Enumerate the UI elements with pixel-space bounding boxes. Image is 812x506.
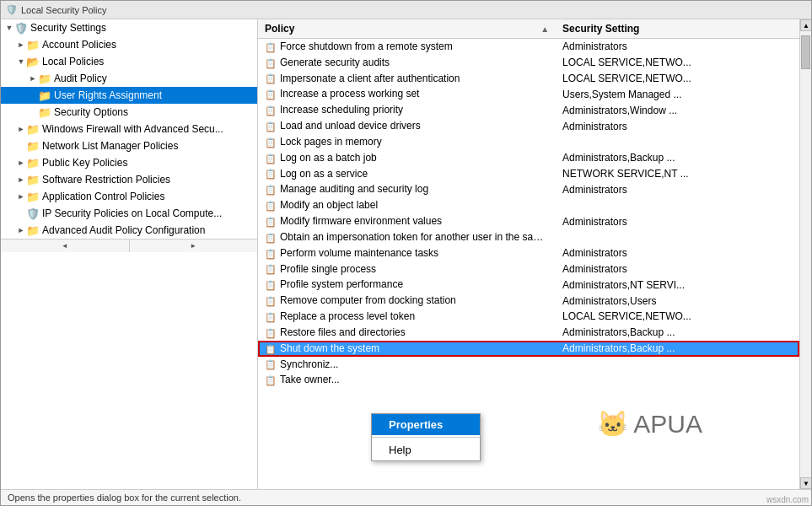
policy-name-text: Load and unload device drivers <box>280 120 421 132</box>
table-row[interactable]: 📋Impersonate a client after authenticati… <box>258 71 799 87</box>
table-row[interactable]: 📋Manage auditing and security logAdminis… <box>258 181 799 197</box>
tree-item-advanced-audit[interactable]: ► 📁 Advanced Audit Policy Configuration <box>1 222 257 239</box>
table-row[interactable]: 📋Log on as a batch jobAdministrators,Bac… <box>258 150 799 166</box>
table-row[interactable]: 📋Take owner... <box>258 372 799 388</box>
table-row[interactable]: 📋Remove computer from docking stationAdm… <box>258 293 799 309</box>
tree-label-network-list: Network List Manager Policies <box>42 140 178 152</box>
policy-name-cell: 📋Replace a process level token <box>258 309 556 325</box>
expand-icon-app-ctrl: ► <box>16 192 26 201</box>
tree-item-security-settings[interactable]: ▼ 🛡️ Security Settings <box>1 19 257 36</box>
left-panel-nav: ◄ ► <box>1 239 257 252</box>
policy-name-text: Shut down the system <box>280 342 379 354</box>
policy-name-text: Log on as a service <box>280 168 368 180</box>
folder-icon-audit: 📁 <box>38 73 51 85</box>
table-row[interactable]: 📋Replace a process level tokenLOCAL SERV… <box>258 309 799 325</box>
title-bar: 🛡️ Local Security Policy <box>1 1 811 19</box>
policy-icon: 📋 <box>265 248 277 260</box>
left-nav-right[interactable]: ► <box>130 240 258 252</box>
tree-item-local-policies[interactable]: ▼ 📂 Local Policies <box>1 53 257 70</box>
right-panel: Policy ▲ Security Setting 📋Force shutdow… <box>258 19 799 489</box>
tree-label-public-key: Public Key Policies <box>42 157 127 169</box>
table-row[interactable]: 📋Log on as a serviceNETWORK SERVICE,NT .… <box>258 166 799 182</box>
policy-icon: 📋 <box>265 105 277 116</box>
folder-icon-pubkey: 📁 <box>26 157 40 170</box>
tree-item-user-rights[interactable]: 📁 User Rights Assignment <box>1 87 257 104</box>
policy-name-cell: 📋Perform volume maintenance tasks <box>258 245 556 261</box>
folder-icon-account: 📁 <box>26 39 40 51</box>
scrollbar-thumb[interactable] <box>801 35 810 69</box>
scroll-down-btn[interactable]: ▼ <box>800 477 811 489</box>
tree-label-local-policies: Local Policies <box>42 56 104 67</box>
context-menu[interactable]: Properties Help <box>371 413 481 461</box>
status-text: Opens the properties dialog box for the … <box>8 493 241 503</box>
tree-item-windows-firewall[interactable]: ► 📁 Windows Firewall with Advanced Secu.… <box>1 121 257 137</box>
context-menu-divider <box>372 437 480 438</box>
help-label: Help <box>389 444 411 456</box>
policy-icon: 📋 <box>265 121 277 132</box>
expand-icon-pubkey: ► <box>16 159 26 167</box>
table-row[interactable]: 📋Perform volume maintenance tasksAdminis… <box>258 245 799 261</box>
context-menu-help[interactable]: Help <box>372 439 480 460</box>
folder-icon-firewall: 📁 <box>26 123 40 136</box>
security-setting-column-header[interactable]: Security Setting <box>556 19 799 39</box>
policy-name-text: Generate security audits <box>280 57 390 68</box>
table-row[interactable]: 📋Modify firmware environment valuesAdmin… <box>258 213 799 229</box>
tree-item-audit-policy[interactable]: ► 📁 Audit Policy <box>1 70 257 87</box>
table-row[interactable]: 📋Force shutdown from a remote systemAdmi… <box>258 39 799 55</box>
policy-name-cell: 📋Take owner... <box>258 372 556 388</box>
policy-name-cell: 📋Impersonate a client after authenticati… <box>258 71 556 87</box>
table-row[interactable]: 📋Profile single processAdministrators <box>258 261 799 277</box>
scroll-up-btn[interactable]: ▲ <box>800 19 811 31</box>
table-row[interactable]: 📋Modify an object label <box>258 197 799 213</box>
policy-name-text: Restore files and directories <box>280 326 406 338</box>
table-row[interactable]: 📋Shut down the systemAdministrators,Back… <box>258 341 799 357</box>
context-menu-properties[interactable]: Properties <box>372 414 480 435</box>
security-setting-cell <box>556 197 799 213</box>
security-setting-cell: Administrators <box>556 245 799 261</box>
left-nav-left[interactable]: ◄ <box>1 240 130 252</box>
policy-icon: 📋 <box>265 184 277 196</box>
policy-name-text: Synchroniz... <box>280 358 338 370</box>
policy-name-text: Profile single process <box>280 263 376 275</box>
folder-icon-network: 📁 <box>26 140 40 153</box>
expand-icon-audit: ► <box>28 74 38 83</box>
expand-icon: ▼ <box>4 24 14 32</box>
security-setting-cell <box>556 134 799 150</box>
policy-name-cell: 📋Generate security audits <box>258 55 556 71</box>
tree-item-ip-security[interactable]: 🛡️ IP Security Policies on Local Compute… <box>1 205 257 222</box>
security-setting-cell: Administrators <box>556 181 799 197</box>
policy-table[interactable]: Policy ▲ Security Setting 📋Force shutdow… <box>258 19 799 489</box>
policy-name-cell: 📋Restore files and directories <box>258 325 556 341</box>
policy-column-header[interactable]: Policy ▲ <box>258 19 556 39</box>
security-setting-cell: Administrators <box>556 213 799 229</box>
policy-name-text: Obtain an impersonation token for anothe… <box>280 231 556 243</box>
security-setting-cell: Users,System Managed ... <box>556 86 799 102</box>
tree-item-network-list[interactable]: 📁 Network List Manager Policies <box>1 137 257 154</box>
table-row[interactable]: 📋Restore files and directoriesAdministra… <box>258 325 799 341</box>
table-row[interactable]: 📋Increase scheduling priorityAdministrat… <box>258 102 799 118</box>
security-setting-cell: Administrators,Backup ... <box>556 325 799 341</box>
table-row[interactable]: 📋Synchroniz... <box>258 357 799 373</box>
status-bar: Opens the properties dialog box for the … <box>1 489 811 505</box>
table-row[interactable]: 📋Profile system performanceAdministrator… <box>258 277 799 293</box>
table-row[interactable]: 📋Increase a process working setUsers,Sys… <box>258 86 799 102</box>
security-setting-cell: Administrators <box>556 39 799 55</box>
policy-icon: 📋 <box>265 263 277 275</box>
policy-name-cell: 📋Shut down the system <box>258 341 556 357</box>
table-row[interactable]: 📋Obtain an impersonation token for anoth… <box>258 229 799 245</box>
tree-item-app-control[interactable]: ► 📁 Application Control Policies <box>1 188 257 205</box>
expand-icon-adv-audit: ► <box>16 226 26 234</box>
table-row[interactable]: 📋Generate security auditsLOCAL SERVICE,N… <box>258 55 799 71</box>
security-setting-cell: Administrators,NT SERVI... <box>556 277 799 293</box>
tree-item-account-policies[interactable]: ► 📁 Account Policies <box>1 36 257 53</box>
security-setting-cell: NETWORK SERVICE,NT ... <box>556 166 799 182</box>
security-setting-cell: Administrators <box>556 118 799 134</box>
tree-item-public-key[interactable]: ► 📁 Public Key Policies <box>1 154 257 171</box>
security-setting-cell: LOCAL SERVICE,NETWO... <box>556 309 799 325</box>
tree-item-security-options[interactable]: 📁 Security Options <box>1 104 257 121</box>
policy-name-cell: 📋Obtain an impersonation token for anoth… <box>258 229 556 245</box>
policy-name-cell: 📋Increase scheduling priority <box>258 102 556 118</box>
table-row[interactable]: 📋Lock pages in memory <box>258 134 799 150</box>
table-row[interactable]: 📋Load and unload device driversAdministr… <box>258 118 799 134</box>
tree-item-software-restriction[interactable]: ► 📁 Software Restriction Policies <box>1 171 257 188</box>
